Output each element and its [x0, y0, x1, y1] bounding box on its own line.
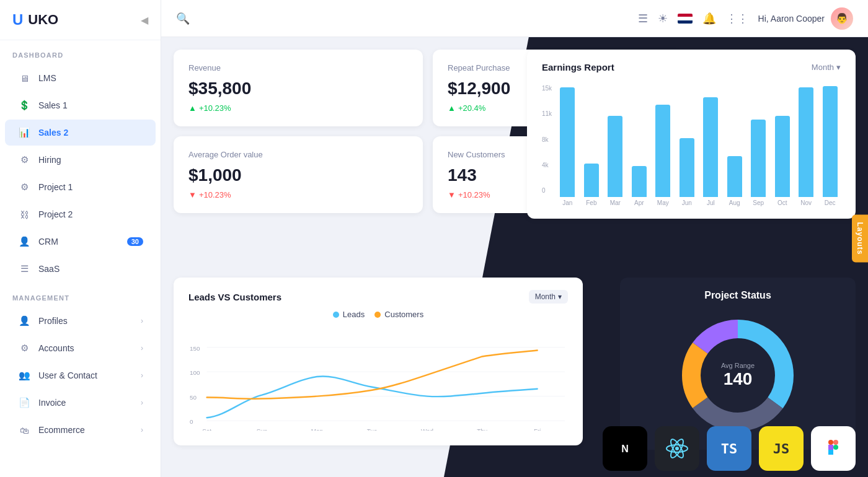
chart-legend: Leads Customers: [188, 310, 568, 319]
earnings-header: Earnings Report Month ▾: [542, 62, 841, 72]
revenue-change-value: +10.23%: [199, 103, 231, 113]
chevron-right-icon-3: ›: [141, 371, 143, 380]
nav-label-project2: Project 2: [38, 209, 143, 219]
revenue-card: Revenue $35,800 ▲ +10.23%: [174, 50, 423, 126]
bar-group-oct: [771, 82, 792, 197]
sidebar-item-accounts[interactable]: ⚙ Accounts ›: [5, 335, 156, 361]
bar-feb: [584, 164, 599, 197]
figma-icon: [811, 426, 856, 471]
leads-period-select[interactable]: Month ▾: [529, 290, 568, 304]
main-content: 🔍 ☰ ☀ 🔔 ⋮⋮ Hi, Aaron Cooper 👨 Revenue $3…: [161, 0, 868, 477]
up-arrow-icon: ▲: [188, 103, 197, 113]
leads-dropdown-icon: ▾: [558, 292, 562, 301]
revenue-change: ▲ +10.23%: [188, 103, 408, 113]
sidebar-header: U UKO ◀: [0, 0, 161, 40]
leads-chart-card: Leads VS Customers Month ▾ Leads Custome…: [174, 278, 583, 445]
header-right: ☰ ☀ 🔔 ⋮⋮ Hi, Aaron Cooper 👨: [638, 7, 853, 30]
bar-group-jun: [676, 82, 698, 197]
project-status-card: Project Status Avg Range 140: [620, 278, 856, 450]
y-15k: 15k: [542, 85, 552, 92]
bar-group-jan: [557, 82, 578, 197]
ts-label: TS: [721, 441, 738, 457]
revenue-value: $35,800: [188, 79, 408, 98]
nav-label-sales2: Sales 2: [38, 128, 143, 138]
donut-chart-area: Avg Range 140: [635, 313, 841, 437]
sun-icon[interactable]: ☀: [658, 12, 668, 25]
sidebar-item-profiles[interactable]: 👤 Profiles ›: [5, 308, 156, 334]
y-4k: 4k: [542, 162, 552, 168]
bar-group-may: [652, 82, 673, 197]
bar-group-aug: [724, 82, 745, 197]
y-8k: 8k: [542, 136, 552, 143]
svg-rect-29: [828, 450, 833, 455]
menu-icon[interactable]: ☰: [638, 12, 648, 25]
bar-aug: [727, 156, 742, 197]
bar-mar: [608, 116, 622, 197]
typescript-icon: TS: [707, 426, 751, 471]
dashboard-section-label: DASHBOARD: [0, 40, 161, 64]
sidebar-item-sales1[interactable]: 💲 Sales 1: [5, 92, 156, 118]
bar-label-jul: Jul: [700, 199, 721, 206]
bar-group-apr: [629, 82, 650, 197]
chevron-right-icon-4: ›: [141, 398, 143, 407]
down-arrow-icon: ▼: [188, 190, 197, 199]
sidebar-item-project1[interactable]: ⚙ Project 1: [5, 174, 156, 200]
svg-rect-26: [828, 440, 833, 445]
nav-label-invoice: Invoice: [38, 398, 133, 408]
account-icon: ⚙: [17, 341, 31, 355]
sidebar-item-hiring[interactable]: ⚙ Hiring: [5, 147, 156, 173]
bar-group-sep: [748, 82, 769, 197]
chart-icon: 📊: [17, 126, 31, 139]
customers-dot: [374, 312, 381, 318]
dollar-icon: 💲: [17, 98, 31, 112]
sidebar-item-saas[interactable]: ☰ SaaS: [5, 256, 156, 282]
bell-icon[interactable]: 🔔: [702, 12, 716, 25]
up-arrow-icon-2: ▲: [448, 103, 456, 113]
leads-vs-customers-svg: 0 50 100 150 Sat Sun Mon Tue Wed Thu Fri: [188, 325, 568, 431]
chart-bars-area: JanFebMarAprMayJunJulAugSepOctNovDec: [557, 82, 841, 206]
user-greeting: Hi, Aaron Cooper: [758, 14, 825, 24]
bar-dec: [823, 86, 838, 197]
month-select[interactable]: Month ▾: [812, 63, 841, 72]
bar-group-jul: [700, 82, 721, 197]
svg-point-25: [675, 447, 679, 450]
avg-order-card: Average Order value $1,000 ▼ +10.23%: [174, 136, 423, 213]
chevron-right-icon-5: ›: [141, 426, 143, 434]
svg-text:50: 50: [190, 394, 197, 401]
flag-icon[interactable]: [678, 14, 693, 24]
bar-jan: [560, 87, 575, 197]
sidebar-item-user-contact[interactable]: 👥 User & Contact ›: [5, 362, 156, 388]
sidebar-item-project2[interactable]: ⛓ Project 2: [5, 201, 156, 227]
grid-icon[interactable]: ⋮⋮: [726, 12, 748, 25]
leads-legend-item: Leads: [333, 310, 365, 319]
layouts-button[interactable]: Layouts: [852, 214, 868, 262]
svg-text:100: 100: [190, 369, 200, 376]
bag-icon: 🛍: [17, 423, 31, 437]
avg-change-value: +10.23%: [199, 190, 231, 199]
bar-group-feb: [581, 82, 602, 197]
bar-label-dec: Dec: [819, 199, 840, 206]
y-axis: 0 4k 8k 11k 15k: [542, 82, 557, 206]
sidebar-item-invoice[interactable]: 📄 Invoice ›: [5, 390, 156, 416]
sidebar-item-sales2[interactable]: 📊 Sales 2: [5, 120, 156, 146]
collapse-button[interactable]: ◀: [141, 14, 148, 26]
bar-label-nov: Nov: [795, 199, 817, 206]
leads-title: Leads VS Customers: [188, 292, 281, 302]
sidebar-item-lms[interactable]: 🖥 LMS: [5, 65, 156, 91]
search-bar: 🔍: [176, 12, 628, 25]
bar-group-nov: [795, 82, 817, 197]
user-info: Hi, Aaron Cooper 👨: [758, 7, 853, 30]
nav-label-user-contact: User & Contact: [38, 370, 133, 380]
app-logo: U UKO: [12, 11, 58, 28]
doc-icon: 📄: [17, 396, 31, 409]
bar-label-may: May: [652, 199, 673, 206]
sidebar-item-ecommerce[interactable]: 🛍 Ecommerce ›: [5, 417, 156, 443]
bar-may: [655, 105, 670, 197]
nav-label-ecommerce: Ecommerce: [38, 425, 133, 435]
svg-text:Wed: Wed: [421, 427, 433, 431]
bar-label-apr: Apr: [629, 199, 650, 206]
avg-order-label: Average Order value: [188, 150, 408, 159]
people-icon: 👥: [17, 369, 31, 382]
crm-badge: 30: [127, 237, 143, 246]
sidebar-item-crm[interactable]: 👤 CRM 30: [5, 229, 156, 255]
